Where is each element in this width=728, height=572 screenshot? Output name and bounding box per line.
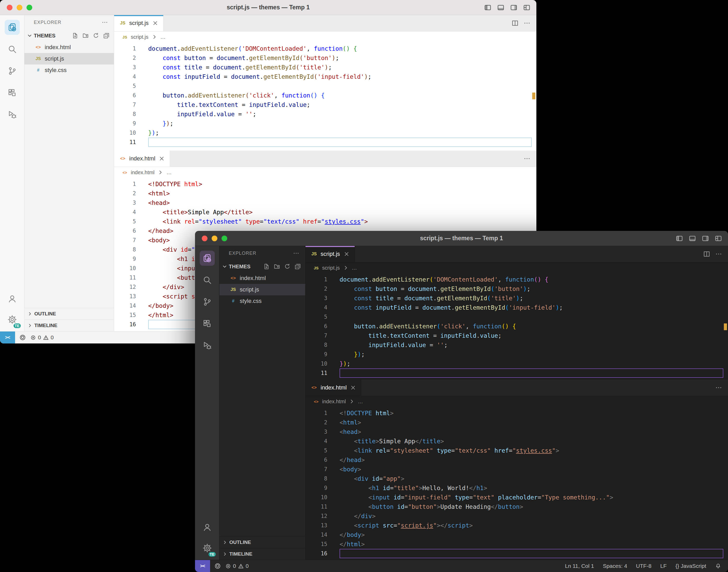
timeline-section[interactable]: TIMELINE	[219, 548, 305, 560]
titlebar[interactable]: script.js — themes — Temp 1	[0, 0, 536, 15]
layout-sidebar-right-icon[interactable]	[702, 234, 709, 242]
breadcrumb-file[interactable]: script.js	[322, 265, 340, 271]
activity-explorer-icon[interactable]	[200, 251, 215, 266]
code-line[interactable]: 3 const title = document.getElementById(…	[114, 63, 536, 72]
code-line[interactable]: 8 <div id="app">	[305, 474, 728, 483]
outline-section[interactable]: OUTLINE	[24, 308, 114, 319]
code-line[interactable]: 8 inputField.value = '';	[305, 340, 728, 350]
layout-panel-icon[interactable]	[497, 4, 505, 11]
breadcrumb-file[interactable]: script.js	[131, 34, 148, 40]
more-actions-icon[interactable]	[715, 384, 722, 391]
breadcrumb-file[interactable]: index.html	[322, 399, 346, 405]
code-line[interactable]: 11	[305, 368, 728, 378]
status-indentation[interactable]: Spaces: 4	[603, 563, 627, 569]
customize-layout-icon[interactable]	[715, 234, 722, 242]
customize-layout-icon[interactable]	[523, 4, 531, 11]
minimize-window-button[interactable]	[212, 235, 217, 241]
tab-script-js[interactable]: JS script.js	[305, 246, 355, 262]
activity-source-control-icon[interactable]	[5, 63, 20, 78]
code-line[interactable]: 15</html>	[305, 540, 728, 549]
code-line[interactable]: 11	[114, 138, 536, 147]
more-actions-icon[interactable]	[293, 250, 299, 257]
breadcrumb[interactable]: <> index.html …	[305, 396, 728, 407]
status-language-mode[interactable]: {} JavaScript	[675, 563, 706, 569]
tab-script-js[interactable]: JS script.js	[114, 15, 163, 31]
status-encoding[interactable]: UTF-8	[636, 563, 652, 569]
code-line[interactable]: 14</body>	[305, 530, 728, 540]
code-line[interactable]: 3<head>	[305, 427, 728, 437]
more-actions-icon[interactable]	[101, 19, 108, 26]
close-tab-icon[interactable]	[350, 384, 356, 391]
code-line[interactable]: 1<!DOCTYPE html>	[114, 180, 536, 189]
zoom-window-button[interactable]	[26, 5, 32, 10]
code-line[interactable]: 3<head>	[114, 198, 536, 208]
activity-run-debug-icon[interactable]	[200, 338, 215, 353]
code-line[interactable]: 16	[305, 549, 728, 558]
remote-indicator[interactable]: ><	[195, 560, 210, 572]
code-line[interactable]: 5 <link rel="stylesheet" type="text/css"…	[305, 446, 728, 455]
code-line[interactable]: 7<body>	[305, 464, 728, 474]
code-line[interactable]: 10});	[305, 359, 728, 368]
activity-search-icon[interactable]	[200, 273, 215, 288]
code-line[interactable]: 9 });	[305, 350, 728, 359]
code-line[interactable]: 7 title.textContent = inputField.value;	[114, 100, 536, 110]
activity-extensions-icon[interactable]	[200, 316, 215, 331]
code-line[interactable]: 5	[114, 81, 536, 91]
zoom-window-button[interactable]	[222, 235, 227, 241]
code-line[interactable]: 7 title.textContent = inputField.value;	[305, 331, 728, 340]
file-item-style-css[interactable]: #style.css	[219, 295, 305, 307]
problems-status[interactable]: 0 0	[225, 563, 248, 569]
workspace-folder-header[interactable]: THEMES	[24, 30, 114, 42]
activity-settings-gear-icon[interactable]: TE	[200, 541, 215, 556]
status-eol[interactable]: LF	[660, 563, 667, 569]
more-actions-icon[interactable]	[715, 251, 722, 258]
problems-status[interactable]: 0 0	[30, 334, 54, 341]
workspace-folder-header[interactable]: THEMES	[219, 261, 305, 273]
breadcrumb[interactable]: JS script.js …	[305, 262, 728, 273]
collapse-all-icon[interactable]	[294, 263, 301, 270]
close-window-button[interactable]	[202, 235, 208, 241]
file-item-script-js[interactable]: JSscript.js	[219, 284, 305, 295]
activity-accounts-icon[interactable]	[5, 291, 20, 306]
activity-settings-gear-icon[interactable]: TE	[5, 312, 20, 327]
code-line[interactable]: 6</head>	[305, 455, 728, 464]
code-editor-script-js[interactable]: 1document.addEventListener('DOMContentLo…	[114, 43, 536, 151]
code-line[interactable]: 4 <title>Simple App</title>	[114, 208, 536, 217]
code-editor-script-js[interactable]: 1document.addEventListener('DOMContentLo…	[305, 273, 728, 379]
collapse-all-icon[interactable]	[103, 32, 110, 39]
code-line[interactable]: 6 button.addEventListener('click', funct…	[114, 91, 536, 100]
refresh-icon[interactable]	[92, 32, 99, 39]
file-item-index-html[interactable]: <>index.html	[24, 42, 114, 53]
split-editor-icon[interactable]	[511, 19, 519, 27]
code-line[interactable]: 2<html>	[114, 189, 536, 198]
code-line[interactable]: 4 <title>Simple App</title>	[305, 437, 728, 446]
code-line[interactable]: 3 const title = document.getElementById(…	[305, 294, 728, 303]
timeline-section[interactable]: TIMELINE	[24, 319, 114, 331]
code-line[interactable]: 1document.addEventListener('DOMContentLo…	[114, 44, 536, 53]
layout-sidebar-left-icon[interactable]	[675, 234, 683, 242]
breadcrumb-symbol[interactable]: …	[352, 265, 357, 271]
new-file-icon[interactable]	[263, 263, 270, 270]
remote-indicator[interactable]: ><	[0, 332, 15, 344]
code-line[interactable]: 12 </div>	[305, 511, 728, 521]
breadcrumb-file[interactable]: index.html	[131, 169, 154, 175]
minimize-window-button[interactable]	[17, 5, 22, 10]
outline-section[interactable]: OUTLINE	[219, 537, 305, 548]
code-line[interactable]: 2 const button = document.getElementById…	[305, 284, 728, 294]
close-window-button[interactable]	[7, 5, 12, 10]
split-editor-icon[interactable]	[703, 251, 710, 258]
code-line[interactable]: 10});	[114, 128, 536, 138]
activity-source-control-icon[interactable]	[200, 294, 215, 309]
file-item-script-js[interactable]: JSscript.js	[24, 53, 114, 65]
code-line[interactable]: 11 <button id="button">Update Heading</b…	[305, 502, 728, 511]
status-cursor-position[interactable]: Ln 11, Col 1	[565, 563, 594, 569]
new-folder-icon[interactable]	[274, 263, 280, 270]
code-line[interactable]: 2 const button = document.getElementById…	[114, 53, 536, 63]
refresh-icon[interactable]	[284, 263, 291, 270]
close-tab-icon[interactable]	[343, 251, 350, 258]
tab-index-html[interactable]: <> index.html	[305, 379, 361, 396]
code-line[interactable]: 6 button.addEventListener('click', funct…	[305, 321, 728, 331]
code-line[interactable]: 13 <script src="script.js"></script>	[305, 521, 728, 530]
activity-accounts-icon[interactable]	[200, 520, 215, 535]
more-actions-icon[interactable]	[523, 19, 531, 27]
